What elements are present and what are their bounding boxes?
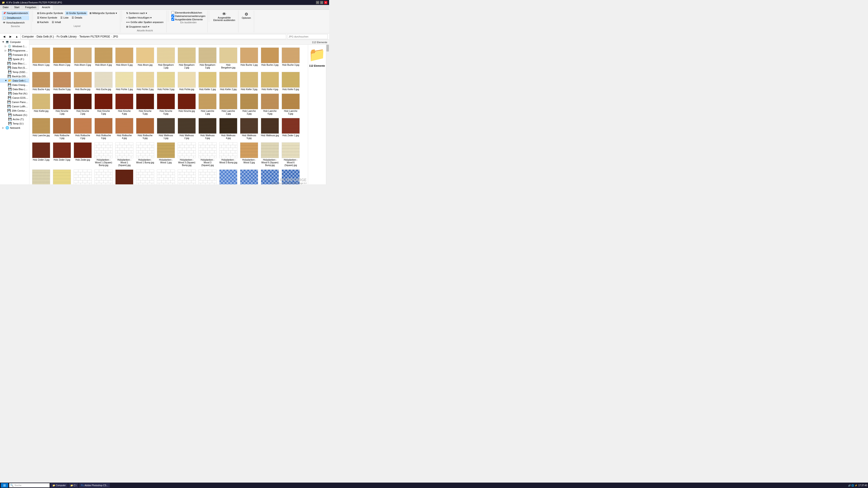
btn-details[interactable]: ☰ Details [70,15,84,20]
btn-liste[interactable]: ☰ Liste [59,15,70,20]
btn-navigationsbereich[interactable]: 📌 Navigationsbereich [2,11,29,15]
file-item[interactable]: Holz Kirsche.jpg [177,93,197,116]
btn-optionen[interactable]: ⚙ Optionen [241,11,252,20]
file-item[interactable]: Holz Fichte 2.jpg [135,71,155,92]
scrollbar[interactable] [326,45,329,184]
close-button[interactable]: ✕ [324,1,327,4]
file-item[interactable]: Holz Bergahorn 3.jpg [197,46,217,70]
btn-grosse[interactable]: ⊟ Große Symbole [65,11,88,15]
tab-freigeben[interactable]: Freigeben [22,5,39,9]
btn-gruppieren[interactable]: ⊞ Gruppieren nach ▾ [125,25,164,29]
breadcrumb[interactable]: Computer › Data Gelb (K:) › Fx Grafik Li… [20,34,286,39]
file-item[interactable]: Holzplanken - Wood Bump 1px (25%).jpg [156,168,176,184]
cb-dateinamen[interactable]: Dateinamenserweiterungen [171,14,206,18]
file-item[interactable]: Holz Ahorn 1.jpg [31,46,51,70]
sidebar-item-k[interactable]: ▼ 📂 Data Gelb (K:) [0,78,29,83]
sidebar-item-computer[interactable]: ▼ 💻 Computer [0,40,29,44]
sidebar-item-u[interactable]: 💾 Temp (U:) [0,121,29,126]
file-item[interactable]: Holz Zeder 3.jpg [52,141,72,168]
file-item[interactable]: Holz Laerche 1.jpg [197,93,217,116]
sidebar-item-r[interactable]: 💾 20th Century Fox (R:) [0,108,29,113]
btn-spalten-gross[interactable]: ⟺ Größe aller Spalten anpassen [125,20,164,24]
file-item[interactable]: Holz Rotbuche 3.jpg [94,117,114,140]
file-item[interactable]: Holz Wallnuss 5.jpg [239,117,259,140]
sidebar-item-s[interactable]: 💾 Software (S:) [0,113,29,117]
file-item[interactable]: Holz Fichte.jpg [177,71,197,92]
file-item[interactable]: JLE Gingham Cotton diagonal 12x12.jpg [239,168,259,184]
file-item[interactable]: Holz Zeder.jpg [73,141,93,168]
file-item[interactable]: Holz Wallnuss.jpg [260,117,280,140]
file-item[interactable]: Holz Wallnuss 2.jpg [177,117,197,140]
file-item[interactable]: Holz Rotbuche 4.jpg [114,117,134,140]
search-input[interactable] [287,34,328,39]
file-item[interactable]: Holz Laerche 5.jpg [281,93,301,116]
btn-kleine[interactable]: ☰ Kleine Symbole [36,15,59,20]
file-item[interactable]: Holz Kirsche 1.jpg [52,93,72,116]
file-item[interactable]: Holzplanken - Wood 1 Bump.jpg [135,141,155,168]
file-item[interactable]: Holz Wallnuss 4.jpg [218,117,238,140]
file-item[interactable]: Holzplanken - Wood Bump 1px (75%).jpg [197,168,217,184]
file-item[interactable]: Holz Laerche 3.jpg [239,93,259,116]
btn-vorschaubereich[interactable]: 👁 Vorschaubereich [2,21,29,25]
file-item[interactable]: Holz Kirsche 5.jpg [135,93,155,116]
forward-button[interactable]: ▶ [8,34,13,39]
file-item[interactable]: Holz Wallnuss 1.jpg [156,117,176,140]
file-item[interactable]: Holz Laerche 2.jpg [218,93,238,116]
sidebar-item-netzwerk[interactable]: ▷ 🌐 Netzwerk [0,126,29,130]
cb-ausgeblendet[interactable]: Ausgeblendete Elemente [171,18,206,21]
file-item[interactable]: Holz Esche.jpg [94,71,114,92]
file-item[interactable]: Holz Buche 3.jpg [281,46,301,70]
sidebar-item-m[interactable]: 💾 Data Blau (M:) [0,87,29,91]
file-item[interactable]: Holzplanken - Wood 8.jpg [135,168,155,184]
minimize-button[interactable]: ─ [316,1,319,4]
file-item[interactable]: Holz Kirsche 4.jpg [114,93,134,116]
sidebar-item-q[interactable]: 💾 Canon Lufthansa (Q:) [0,104,29,108]
tab-ansicht[interactable]: Ansicht [39,5,53,10]
file-item[interactable]: Holzplanken - Wood 3 (Square) Bump.jpg [177,141,197,168]
file-item[interactable]: JLE Gingham Cotton diagonal 8x8.jpg [218,168,238,184]
check-element[interactable] [171,11,174,14]
sidebar-item-g[interactable]: 💾 Data Blau (SSD) (G:) [0,61,29,66]
file-item[interactable]: Holz Kirsche 6.jpg [156,93,176,116]
check-dateinamen[interactable] [171,14,174,18]
file-item[interactable]: Holz Laerche 4.jpg [260,93,280,116]
file-item[interactable]: Holz Ahorn 3.jpg [73,46,93,70]
sidebar-item-h[interactable]: 💾 Data Rot (SSD) (H:) [0,66,29,70]
file-item[interactable]: Holz Wallnuss 3.jpg [197,117,217,140]
bc-data-gelb[interactable]: Data Gelb (K:) [37,35,54,38]
check-ausgeblendet[interactable] [171,18,174,21]
file-item[interactable]: Holzplanken - Wood 6 Bump.jpg [31,168,51,184]
file-item[interactable]: Holzplanken - Wood 8 (Square).jpg [94,168,114,184]
file-item[interactable]: Holzplanken - Wood 3 (Square).jpg [197,141,217,168]
file-item[interactable]: Holz Buche 4.jpg [31,71,51,92]
tab-datei[interactable]: Datei [0,5,11,9]
btn-sortieren[interactable]: ⇅ Sortieren nach ▾ [125,11,164,15]
file-item[interactable]: Holz Kiefer 2.jpg [218,71,238,92]
file-item[interactable]: Holzplanken - Wood 6 (Square).jpg [281,141,301,168]
bc-fx[interactable]: Fx Grafik Library [57,35,76,38]
file-item[interactable]: Holz Kiefer.jpg [31,93,51,116]
sidebar-item-f[interactable]: 💾 Spiele (F:) [0,57,29,61]
btn-ausgewaehlt-ausblenden[interactable]: 👁 AusgewählteElemente ausblenden [212,11,237,22]
file-item[interactable]: Holz Ahorn 2.jpg [52,46,72,70]
up-button[interactable]: ▲ [14,34,20,39]
file-item[interactable]: Holz Rotbuche 2.jpg [73,117,93,140]
file-item[interactable]: Holz Kirsche 2.jpg [73,93,93,116]
file-item[interactable]: Holz Buche 1.jpg [239,46,259,70]
file-item[interactable]: Holzplanken - Wood 1 (Square) Bump.jpg [94,141,114,168]
file-item[interactable]: Holz Rotbuche 1.jpg [52,117,72,140]
btn-kacheln[interactable]: ⊞ Kacheln [36,20,50,24]
file-item[interactable]: Holz Bergahorn 1.jpg [156,46,176,70]
file-item[interactable]: Holzplanken - Wood 1.jpg [156,141,176,168]
file-item[interactable]: Holzplanken - Wood 8 (Square) Bump.jpg [73,168,93,184]
file-item[interactable]: Holzplanken - Wood 6 (Square) Bump.jpg [260,141,280,168]
file-item[interactable]: Holz Fichte 3.jpg [156,71,176,92]
sidebar-item-o[interactable]: 💾 Canon EOS (O:) [0,96,29,100]
tab-start[interactable]: Start [11,5,22,9]
file-item[interactable]: Holzplanken - Wood 1 (Square).jpg [114,141,134,168]
file-item[interactable]: Holzplanken - Wood 3 Bump.jpg [218,141,238,168]
btn-spalten[interactable]: + Spalten hinzufügen ▾ [125,15,164,20]
file-item[interactable]: Holz Ahorn 4.jpg [94,46,114,70]
sidebar-item-c[interactable]: ▷ 💿 Windows 10 (C:) [0,44,29,48]
file-item[interactable]: Holz Fichte 1.jpg [114,71,134,92]
